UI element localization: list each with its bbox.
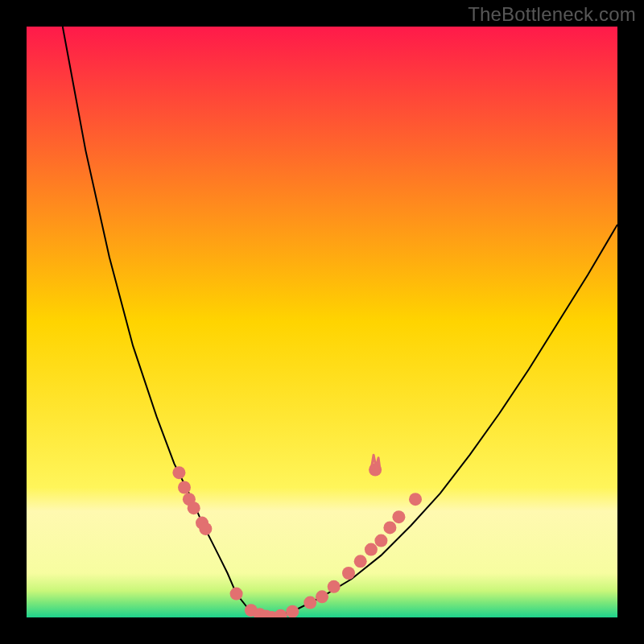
svg-point-18 (354, 555, 367, 568)
chart-frame: TheBottleneck.com (0, 0, 644, 644)
svg-point-20 (374, 535, 387, 547)
svg-point-17 (342, 567, 355, 580)
svg-point-13 (286, 605, 299, 617)
svg-point-1 (172, 466, 185, 479)
plot-area (27, 27, 617, 617)
svg-point-6 (199, 522, 212, 535)
svg-point-22 (392, 510, 405, 523)
svg-rect-0 (27, 27, 617, 617)
svg-point-15 (316, 590, 328, 603)
svg-point-7 (230, 588, 243, 601)
svg-point-4 (188, 502, 200, 514)
svg-point-19 (365, 543, 378, 556)
svg-point-21 (383, 521, 396, 534)
svg-point-16 (328, 580, 341, 593)
watermark-text: TheBottleneck.com (468, 3, 636, 26)
svg-point-23 (409, 493, 422, 506)
plot-svg (27, 27, 617, 617)
svg-point-2 (178, 481, 191, 494)
svg-point-14 (303, 597, 316, 609)
